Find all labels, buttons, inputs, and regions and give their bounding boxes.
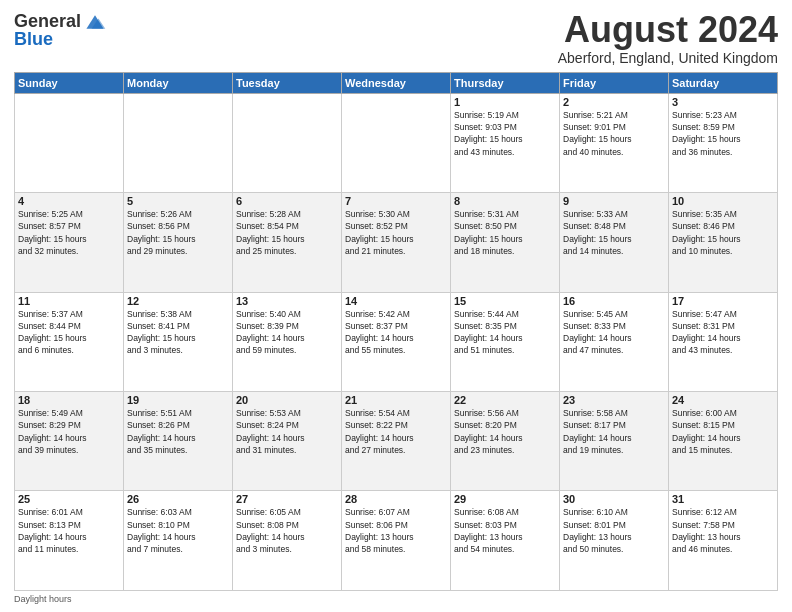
calendar-header-row: Sunday Monday Tuesday Wednesday Thursday… xyxy=(15,72,778,93)
day-info: Sunrise: 5:21 AM Sunset: 9:01 PM Dayligh… xyxy=(563,109,665,158)
day-info: Sunrise: 6:01 AM Sunset: 8:13 PM Dayligh… xyxy=(18,506,120,555)
col-friday: Friday xyxy=(560,72,669,93)
day-number: 27 xyxy=(236,493,338,505)
day-number: 13 xyxy=(236,295,338,307)
calendar-cell: 16Sunrise: 5:45 AM Sunset: 8:33 PM Dayli… xyxy=(560,292,669,391)
calendar-cell: 31Sunrise: 6:12 AM Sunset: 7:58 PM Dayli… xyxy=(669,491,778,591)
day-number: 14 xyxy=(345,295,447,307)
day-info: Sunrise: 5:44 AM Sunset: 8:35 PM Dayligh… xyxy=(454,308,556,357)
calendar-cell: 24Sunrise: 6:00 AM Sunset: 8:15 PM Dayli… xyxy=(669,392,778,491)
calendar-cell: 19Sunrise: 5:51 AM Sunset: 8:26 PM Dayli… xyxy=(124,392,233,491)
calendar-cell: 1Sunrise: 5:19 AM Sunset: 9:03 PM Daylig… xyxy=(451,93,560,192)
calendar-cell: 30Sunrise: 6:10 AM Sunset: 8:01 PM Dayli… xyxy=(560,491,669,591)
col-sunday: Sunday xyxy=(15,72,124,93)
calendar-cell: 28Sunrise: 6:07 AM Sunset: 8:06 PM Dayli… xyxy=(342,491,451,591)
calendar-week-row-2: 11Sunrise: 5:37 AM Sunset: 8:44 PM Dayli… xyxy=(15,292,778,391)
calendar-cell: 22Sunrise: 5:56 AM Sunset: 8:20 PM Dayli… xyxy=(451,392,560,491)
day-info: Sunrise: 5:38 AM Sunset: 8:41 PM Dayligh… xyxy=(127,308,229,357)
calendar-cell xyxy=(342,93,451,192)
day-number: 6 xyxy=(236,195,338,207)
day-number: 9 xyxy=(563,195,665,207)
calendar-cell: 20Sunrise: 5:53 AM Sunset: 8:24 PM Dayli… xyxy=(233,392,342,491)
calendar-cell: 3Sunrise: 5:23 AM Sunset: 8:59 PM Daylig… xyxy=(669,93,778,192)
day-number: 15 xyxy=(454,295,556,307)
day-info: Sunrise: 5:23 AM Sunset: 8:59 PM Dayligh… xyxy=(672,109,774,158)
day-number: 3 xyxy=(672,96,774,108)
calendar-cell xyxy=(15,93,124,192)
day-info: Sunrise: 5:30 AM Sunset: 8:52 PM Dayligh… xyxy=(345,208,447,257)
day-info: Sunrise: 5:31 AM Sunset: 8:50 PM Dayligh… xyxy=(454,208,556,257)
day-number: 17 xyxy=(672,295,774,307)
day-number: 4 xyxy=(18,195,120,207)
day-number: 26 xyxy=(127,493,229,505)
day-number: 11 xyxy=(18,295,120,307)
calendar-cell: 18Sunrise: 5:49 AM Sunset: 8:29 PM Dayli… xyxy=(15,392,124,491)
day-info: Sunrise: 5:25 AM Sunset: 8:57 PM Dayligh… xyxy=(18,208,120,257)
day-info: Sunrise: 6:08 AM Sunset: 8:03 PM Dayligh… xyxy=(454,506,556,555)
calendar-cell xyxy=(124,93,233,192)
calendar-cell: 5Sunrise: 5:26 AM Sunset: 8:56 PM Daylig… xyxy=(124,193,233,292)
day-info: Sunrise: 5:33 AM Sunset: 8:48 PM Dayligh… xyxy=(563,208,665,257)
day-info: Sunrise: 5:28 AM Sunset: 8:54 PM Dayligh… xyxy=(236,208,338,257)
col-saturday: Saturday xyxy=(669,72,778,93)
day-number: 1 xyxy=(454,96,556,108)
col-wednesday: Wednesday xyxy=(342,72,451,93)
day-number: 28 xyxy=(345,493,447,505)
day-info: Sunrise: 5:26 AM Sunset: 8:56 PM Dayligh… xyxy=(127,208,229,257)
day-number: 8 xyxy=(454,195,556,207)
calendar-cell: 29Sunrise: 6:08 AM Sunset: 8:03 PM Dayli… xyxy=(451,491,560,591)
col-tuesday: Tuesday xyxy=(233,72,342,93)
day-info: Sunrise: 6:00 AM Sunset: 8:15 PM Dayligh… xyxy=(672,407,774,456)
day-info: Sunrise: 5:58 AM Sunset: 8:17 PM Dayligh… xyxy=(563,407,665,456)
day-info: Sunrise: 5:35 AM Sunset: 8:46 PM Dayligh… xyxy=(672,208,774,257)
calendar-cell: 12Sunrise: 5:38 AM Sunset: 8:41 PM Dayli… xyxy=(124,292,233,391)
day-number: 12 xyxy=(127,295,229,307)
day-number: 30 xyxy=(563,493,665,505)
calendar-cell: 15Sunrise: 5:44 AM Sunset: 8:35 PM Dayli… xyxy=(451,292,560,391)
col-monday: Monday xyxy=(124,72,233,93)
day-info: Sunrise: 6:10 AM Sunset: 8:01 PM Dayligh… xyxy=(563,506,665,555)
calendar-week-row-4: 25Sunrise: 6:01 AM Sunset: 8:13 PM Dayli… xyxy=(15,491,778,591)
day-number: 7 xyxy=(345,195,447,207)
day-info: Sunrise: 5:49 AM Sunset: 8:29 PM Dayligh… xyxy=(18,407,120,456)
day-info: Sunrise: 5:54 AM Sunset: 8:22 PM Dayligh… xyxy=(345,407,447,456)
calendar-cell: 23Sunrise: 5:58 AM Sunset: 8:17 PM Dayli… xyxy=(560,392,669,491)
calendar-cell: 7Sunrise: 5:30 AM Sunset: 8:52 PM Daylig… xyxy=(342,193,451,292)
day-info: Sunrise: 5:19 AM Sunset: 9:03 PM Dayligh… xyxy=(454,109,556,158)
day-number: 31 xyxy=(672,493,774,505)
calendar-cell: 13Sunrise: 5:40 AM Sunset: 8:39 PM Dayli… xyxy=(233,292,342,391)
day-number: 25 xyxy=(18,493,120,505)
logo-blue-text: Blue xyxy=(14,30,53,50)
day-info: Sunrise: 5:56 AM Sunset: 8:20 PM Dayligh… xyxy=(454,407,556,456)
calendar-cell xyxy=(233,93,342,192)
calendar-week-row-0: 1Sunrise: 5:19 AM Sunset: 9:03 PM Daylig… xyxy=(15,93,778,192)
calendar-week-row-3: 18Sunrise: 5:49 AM Sunset: 8:29 PM Dayli… xyxy=(15,392,778,491)
day-info: Sunrise: 5:51 AM Sunset: 8:26 PM Dayligh… xyxy=(127,407,229,456)
day-number: 22 xyxy=(454,394,556,406)
day-info: Sunrise: 5:53 AM Sunset: 8:24 PM Dayligh… xyxy=(236,407,338,456)
calendar-cell: 2Sunrise: 5:21 AM Sunset: 9:01 PM Daylig… xyxy=(560,93,669,192)
calendar-table: Sunday Monday Tuesday Wednesday Thursday… xyxy=(14,72,778,591)
logo: General Blue xyxy=(14,10,107,50)
day-number: 21 xyxy=(345,394,447,406)
calendar-cell: 14Sunrise: 5:42 AM Sunset: 8:37 PM Dayli… xyxy=(342,292,451,391)
calendar-cell: 10Sunrise: 5:35 AM Sunset: 8:46 PM Dayli… xyxy=(669,193,778,292)
calendar-cell: 8Sunrise: 5:31 AM Sunset: 8:50 PM Daylig… xyxy=(451,193,560,292)
col-thursday: Thursday xyxy=(451,72,560,93)
day-info: Sunrise: 5:47 AM Sunset: 8:31 PM Dayligh… xyxy=(672,308,774,357)
day-info: Sunrise: 6:05 AM Sunset: 8:08 PM Dayligh… xyxy=(236,506,338,555)
day-number: 20 xyxy=(236,394,338,406)
day-info: Sunrise: 6:07 AM Sunset: 8:06 PM Dayligh… xyxy=(345,506,447,555)
day-number: 10 xyxy=(672,195,774,207)
month-title: August 2024 xyxy=(558,10,778,50)
calendar-cell: 27Sunrise: 6:05 AM Sunset: 8:08 PM Dayli… xyxy=(233,491,342,591)
page: General Blue August 2024 Aberford, Engla… xyxy=(0,0,792,612)
day-number: 16 xyxy=(563,295,665,307)
daylight-label: Daylight hours xyxy=(14,594,72,604)
calendar-cell: 25Sunrise: 6:01 AM Sunset: 8:13 PM Dayli… xyxy=(15,491,124,591)
calendar-cell: 6Sunrise: 5:28 AM Sunset: 8:54 PM Daylig… xyxy=(233,193,342,292)
calendar-cell: 17Sunrise: 5:47 AM Sunset: 8:31 PM Dayli… xyxy=(669,292,778,391)
calendar-cell: 26Sunrise: 6:03 AM Sunset: 8:10 PM Dayli… xyxy=(124,491,233,591)
title-block: August 2024 Aberford, England, United Ki… xyxy=(558,10,778,66)
day-info: Sunrise: 5:40 AM Sunset: 8:39 PM Dayligh… xyxy=(236,308,338,357)
